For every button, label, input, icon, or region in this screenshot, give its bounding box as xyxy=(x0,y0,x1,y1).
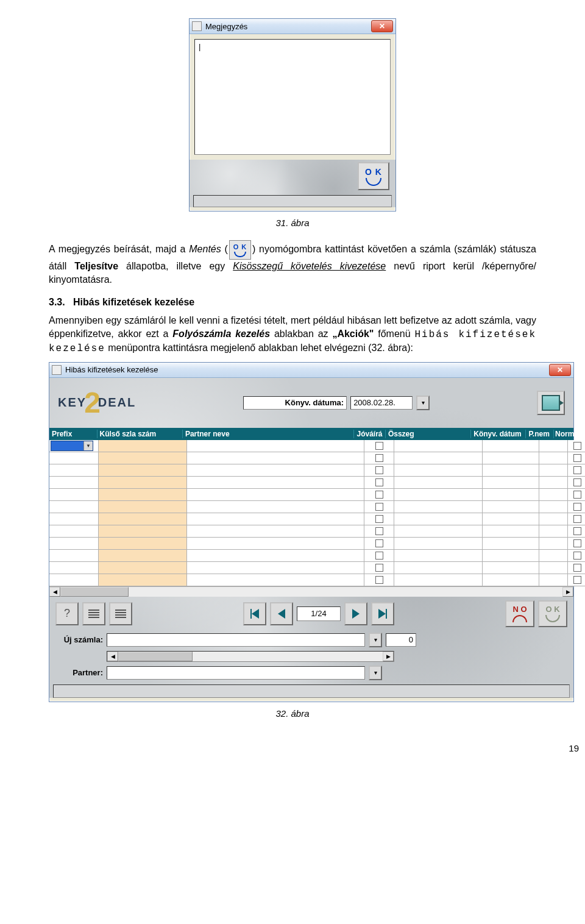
checkbox[interactable] xyxy=(375,442,383,450)
checkbox[interactable] xyxy=(375,515,383,523)
next-page-button[interactable] xyxy=(344,602,367,625)
cell-norm[interactable] xyxy=(568,562,585,574)
checkbox[interactable] xyxy=(375,466,383,474)
col-partner[interactable]: Partner neve xyxy=(183,430,355,438)
checkbox[interactable] xyxy=(375,527,383,535)
table-row[interactable] xyxy=(49,525,585,538)
uj-szamla-zero[interactable]: 0 xyxy=(386,633,416,647)
cell-jovair[interactable] xyxy=(364,562,394,574)
no-button[interactable]: N O xyxy=(505,600,534,627)
partner-input[interactable] xyxy=(107,666,365,680)
cell-prefix[interactable] xyxy=(49,550,99,561)
date-input[interactable]: 2008.02.28. xyxy=(350,396,413,410)
cell-prefix[interactable] xyxy=(49,464,99,476)
table-row[interactable] xyxy=(49,464,585,477)
cell-datum[interactable] xyxy=(483,525,539,537)
inner-horizontal-scrollbar[interactable]: ◀ ▶ xyxy=(107,651,394,662)
cell-kulso[interactable] xyxy=(99,562,187,574)
cell-datum[interactable] xyxy=(483,489,539,500)
checkbox[interactable] xyxy=(375,491,383,499)
cell-osszeg[interactable] xyxy=(394,525,483,537)
table-row[interactable] xyxy=(49,501,585,513)
comment-textarea[interactable]: | xyxy=(194,39,391,155)
table-row[interactable]: ▼ xyxy=(49,440,585,452)
cell-jovair[interactable] xyxy=(364,477,394,488)
checkbox[interactable] xyxy=(375,503,383,511)
cell-pnem[interactable] xyxy=(539,464,568,476)
cell-pnem[interactable] xyxy=(539,550,568,561)
table-row[interactable] xyxy=(49,550,585,562)
cell-prefix[interactable] xyxy=(49,562,99,574)
checkbox[interactable] xyxy=(573,552,581,560)
cell-kulso[interactable] xyxy=(99,525,187,537)
partner-dropdown[interactable]: ▾ xyxy=(369,666,382,680)
cell-jovair[interactable] xyxy=(364,452,394,464)
cell-kulso[interactable] xyxy=(99,464,187,476)
cell-partner[interactable] xyxy=(187,452,364,464)
cell-jovair[interactable] xyxy=(364,525,394,537)
last-page-button[interactable] xyxy=(371,602,394,625)
checkbox[interactable] xyxy=(573,576,581,584)
cell-jovair[interactable] xyxy=(364,538,394,549)
help-button[interactable]: ? xyxy=(55,602,79,625)
cell-pnem[interactable] xyxy=(539,525,568,537)
cell-partner[interactable] xyxy=(187,513,364,525)
page-indicator[interactable]: 1/24 xyxy=(297,606,341,621)
table-row[interactable] xyxy=(49,574,585,586)
scroll-right-icon[interactable]: ▶ xyxy=(383,652,394,661)
cell-norm[interactable] xyxy=(568,550,585,561)
cell-pnem[interactable] xyxy=(539,513,568,525)
cell-osszeg[interactable] xyxy=(394,464,483,476)
cell-osszeg[interactable] xyxy=(394,489,483,500)
cell-pnem[interactable] xyxy=(539,440,568,452)
col-jovair[interactable]: Jóváírá xyxy=(354,430,385,438)
cell-datum[interactable] xyxy=(483,440,539,452)
cell-partner[interactable] xyxy=(187,538,364,549)
cell-partner[interactable] xyxy=(187,464,364,476)
cell-osszeg[interactable] xyxy=(394,562,483,574)
scroll-left-icon[interactable]: ◀ xyxy=(107,652,118,661)
cell-datum[interactable] xyxy=(483,562,539,574)
close-icon[interactable]: ✕ xyxy=(371,20,393,32)
cell-datum[interactable] xyxy=(483,574,539,586)
prev-page-button[interactable] xyxy=(270,602,293,625)
cell-norm[interactable] xyxy=(568,513,585,525)
cell-norm[interactable] xyxy=(568,477,585,488)
checkbox[interactable] xyxy=(573,515,581,523)
cell-datum[interactable] xyxy=(483,452,539,464)
col-pnem[interactable]: P.nem xyxy=(526,430,554,438)
checkbox[interactable] xyxy=(375,564,383,572)
cell-datum[interactable] xyxy=(483,538,539,549)
checkbox[interactable] xyxy=(573,503,581,511)
checkbox[interactable] xyxy=(573,539,581,547)
hscroll-thumb[interactable] xyxy=(118,652,193,661)
col-kulso[interactable]: Külső szla szám xyxy=(98,430,183,438)
cell-kulso[interactable] xyxy=(99,501,187,513)
horizontal-scrollbar[interactable]: ◀ ▶ xyxy=(49,586,573,597)
cell-datum[interactable] xyxy=(483,513,539,525)
cell-partner[interactable] xyxy=(187,489,364,500)
cell-pnem[interactable] xyxy=(539,477,568,488)
cell-norm[interactable] xyxy=(568,440,585,452)
checkbox[interactable] xyxy=(375,539,383,547)
cell-osszeg[interactable] xyxy=(394,513,483,525)
checkbox[interactable] xyxy=(573,478,581,486)
checkbox[interactable] xyxy=(573,442,581,450)
cell-osszeg[interactable] xyxy=(394,452,483,464)
table-row[interactable] xyxy=(49,489,585,501)
cell-norm[interactable] xyxy=(568,525,585,537)
cell-prefix[interactable] xyxy=(49,501,99,513)
table-row[interactable] xyxy=(49,477,585,489)
cell-datum[interactable] xyxy=(483,550,539,561)
scroll-left-icon[interactable]: ◀ xyxy=(49,587,60,597)
cell-kulso[interactable] xyxy=(99,538,187,549)
cell-osszeg[interactable] xyxy=(394,550,483,561)
col-norm[interactable]: Norm xyxy=(554,430,573,438)
cell-norm[interactable] xyxy=(568,489,585,500)
cell-pnem[interactable] xyxy=(539,501,568,513)
cell-kulso[interactable] xyxy=(99,513,187,525)
cell-pnem[interactable] xyxy=(539,452,568,464)
list-button-1[interactable] xyxy=(82,602,105,625)
table-row[interactable] xyxy=(49,452,585,464)
cell-prefix[interactable] xyxy=(49,538,99,549)
